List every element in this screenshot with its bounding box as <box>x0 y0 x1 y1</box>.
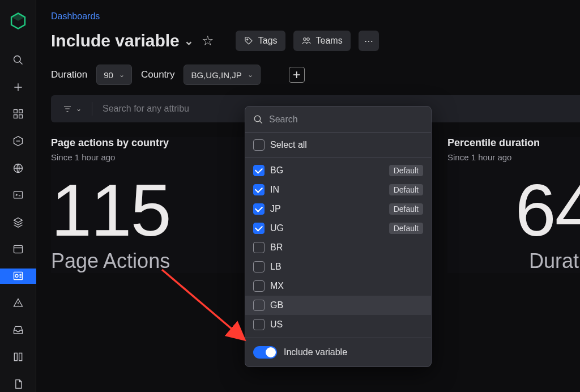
country-option-BR[interactable]: BR <box>245 238 431 257</box>
country-code-label: BG <box>270 165 283 176</box>
country-code-label: MX <box>270 281 284 291</box>
svg-point-13 <box>303 38 306 41</box>
country-checkbox[interactable] <box>253 319 265 330</box>
country-option-LB[interactable]: LB <box>245 257 431 276</box>
nav-inbox[interactable] <box>0 322 36 338</box>
breadcrumb-dashboards[interactable]: Dashboards <box>51 11 580 22</box>
country-option-MX[interactable]: MX <box>245 276 431 296</box>
teams-label: Teams <box>316 36 343 46</box>
country-option-JP[interactable]: JPDefault <box>245 199 431 219</box>
nav-window[interactable] <box>0 241 36 257</box>
include-variable-label: Include variable <box>284 347 347 357</box>
default-badge: Default <box>389 203 423 215</box>
svg-point-15 <box>254 116 261 122</box>
country-option-BG[interactable]: BGDefault <box>245 161 431 180</box>
select-all-checkbox[interactable] <box>253 139 265 151</box>
include-variable-toggle[interactable] <box>253 346 277 359</box>
filter-funnel-button[interactable]: ⌄ <box>62 104 82 114</box>
teams-button[interactable]: Teams <box>293 31 351 51</box>
teams-icon <box>301 36 312 46</box>
country-select[interactable]: BG,UG,IN,JP ⌄ <box>184 65 260 85</box>
more-menu-button[interactable]: ⋯ <box>359 31 379 51</box>
country-code-label: IN <box>270 185 279 195</box>
duration-select[interactable]: 90 ⌄ <box>96 65 132 85</box>
nav-search[interactable] <box>0 52 36 68</box>
svg-rect-10 <box>14 353 17 361</box>
nav-layers[interactable] <box>0 214 36 230</box>
select-all-row[interactable]: Select all <box>245 133 431 157</box>
country-checkbox[interactable] <box>253 184 265 195</box>
funnel-icon <box>62 104 72 114</box>
country-option-GB[interactable]: GB <box>245 296 431 315</box>
country-checkbox[interactable] <box>253 242 265 253</box>
svg-point-12 <box>246 39 248 40</box>
widget-value: 64 <box>447 173 580 247</box>
chevron-down-icon: ⌄ <box>119 71 125 79</box>
duration-value: 90 <box>104 70 113 80</box>
widget-label: Duratio <box>447 249 580 273</box>
nav-add[interactable] <box>0 79 36 95</box>
title-chevron-icon: ⌄ <box>184 34 194 48</box>
favorite-star-icon[interactable]: ☆ <box>202 33 214 49</box>
country-checkbox[interactable] <box>253 165 265 176</box>
tag-icon <box>244 36 254 46</box>
svg-rect-6 <box>14 191 22 198</box>
svg-point-14 <box>306 38 309 41</box>
country-checkbox[interactable] <box>253 300 265 311</box>
country-checkbox[interactable] <box>253 223 265 234</box>
svg-point-0 <box>14 56 20 62</box>
add-variable-button[interactable]: + <box>289 67 305 83</box>
widget-title: Percentile duration <box>447 137 580 149</box>
svg-rect-3 <box>14 115 17 118</box>
plus-icon: + <box>293 67 301 83</box>
chevron-down-icon: ⌄ <box>76 105 82 113</box>
chevron-down-icon: ⌄ <box>248 71 253 79</box>
tags-button[interactable]: Tags <box>236 31 285 51</box>
svg-rect-2 <box>19 110 22 113</box>
country-option-IN[interactable]: INDefault <box>245 180 431 199</box>
svg-line-16 <box>162 270 245 340</box>
nav-browser[interactable] <box>0 160 36 176</box>
default-badge: Default <box>389 165 423 176</box>
nav-apps[interactable] <box>0 106 36 122</box>
country-code-label: LB <box>270 262 282 272</box>
dashboard-title-text: Include variable <box>51 31 180 50</box>
nav-alerts[interactable] <box>0 295 36 311</box>
country-option-US[interactable]: US <box>245 315 431 334</box>
left-nav-rail <box>0 0 36 392</box>
select-all-label: Select all <box>270 140 307 150</box>
country-label: Country <box>141 69 175 80</box>
country-code-label: JP <box>270 204 281 214</box>
widget-subtitle: Since 1 hour ago <box>447 152 580 162</box>
country-checkbox[interactable] <box>253 280 265 292</box>
country-option-UG[interactable]: UGDefault <box>245 219 431 238</box>
svg-rect-4 <box>19 115 22 118</box>
app-logo <box>8 11 28 31</box>
nav-library[interactable] <box>0 350 36 365</box>
widget-card: Percentile duration Since 1 hour ago 64 … <box>447 137 580 273</box>
dashboard-title[interactable]: Include variable ⌄ <box>51 31 194 50</box>
country-value: BG,UG,IN,JP <box>191 70 241 80</box>
country-code-label: GB <box>270 300 283 310</box>
svg-rect-1 <box>14 110 17 113</box>
nav-docs[interactable] <box>0 376 36 392</box>
svg-point-9 <box>15 275 18 278</box>
country-code-label: BR <box>270 242 283 253</box>
dropdown-search-input[interactable] <box>269 114 423 125</box>
country-checkbox[interactable] <box>253 203 265 215</box>
country-code-label: UG <box>270 223 284 233</box>
nav-entity[interactable] <box>0 133 36 149</box>
tags-label: Tags <box>258 36 278 46</box>
search-icon <box>253 114 263 125</box>
country-dropdown-panel: Select all BGDefaultINDefaultJPDefaultUG… <box>245 106 432 367</box>
duration-label: Duration <box>51 69 87 80</box>
default-badge: Default <box>389 184 423 195</box>
more-icon: ⋯ <box>364 36 373 46</box>
svg-rect-11 <box>19 353 22 361</box>
svg-rect-7 <box>14 245 22 253</box>
nav-dashboards[interactable] <box>0 269 36 284</box>
country-checkbox[interactable] <box>253 261 265 272</box>
nav-terminal[interactable] <box>0 187 36 203</box>
country-code-label: US <box>270 319 283 330</box>
default-badge: Default <box>389 223 423 234</box>
